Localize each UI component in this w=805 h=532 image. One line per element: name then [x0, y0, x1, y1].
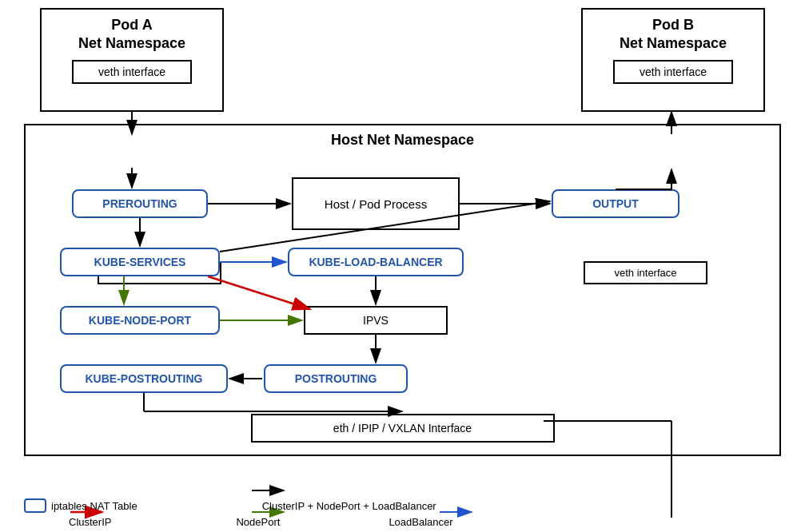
postrouting-box: POSTROUTING: [264, 364, 408, 393]
legend-iptables-box: [24, 498, 46, 513]
kube-node-port-box: KUBE-NODE-PORT: [60, 306, 220, 335]
host-veth-right: veth interface: [584, 261, 707, 284]
pod-a-title: Pod ANet Namespace: [42, 10, 222, 54]
diagram-container: Pod ANet Namespace veth interface Pod BN…: [0, 0, 805, 532]
legend-blue-arrow: LoadBalancer: [344, 516, 452, 528]
legend-iptables: iptables NAT Table: [24, 498, 137, 513]
kube-load-balancer-box: KUBE-LOAD-BALANCER: [288, 248, 464, 276]
eth-interface-box: eth / IPIP / VXLAN Interface: [251, 414, 555, 443]
host-pod-process-box: Host / Pod Process: [292, 177, 460, 230]
legend-green-arrow: NodePort: [191, 516, 280, 528]
output-box: OUTPUT: [552, 189, 679, 218]
legend: iptables NAT Table ClusterIP + NodePort …: [24, 498, 781, 528]
pod-a-veth-label: veth interface: [98, 66, 165, 78]
pod-b-title: Pod BNet Namespace: [583, 10, 763, 54]
host-namespace-title: Host Net Namespace: [331, 132, 474, 149]
pod-b-veth-box: veth interface: [613, 60, 733, 84]
ipvs-box: IPVS: [304, 306, 448, 335]
legend-red-arrow: ClusterIP: [24, 516, 111, 528]
legend-black-arrow: ClusterIP + NodePort + LoadBalancer: [217, 500, 436, 512]
host-namespace: Host Net Namespace veth interface veth i…: [24, 124, 781, 456]
pod-a-namespace: Pod ANet Namespace veth interface: [40, 8, 224, 112]
pod-b-namespace: Pod BNet Namespace veth interface: [581, 8, 765, 112]
prerouting-box: PREROUTING: [72, 189, 208, 218]
kube-postrouting-box: KUBE-POSTROUTING: [60, 364, 228, 393]
kube-services-box: KUBE-SERVICES: [60, 248, 220, 276]
pod-b-veth-label: veth interface: [640, 66, 707, 78]
pod-a-veth-box: veth interface: [72, 60, 192, 84]
